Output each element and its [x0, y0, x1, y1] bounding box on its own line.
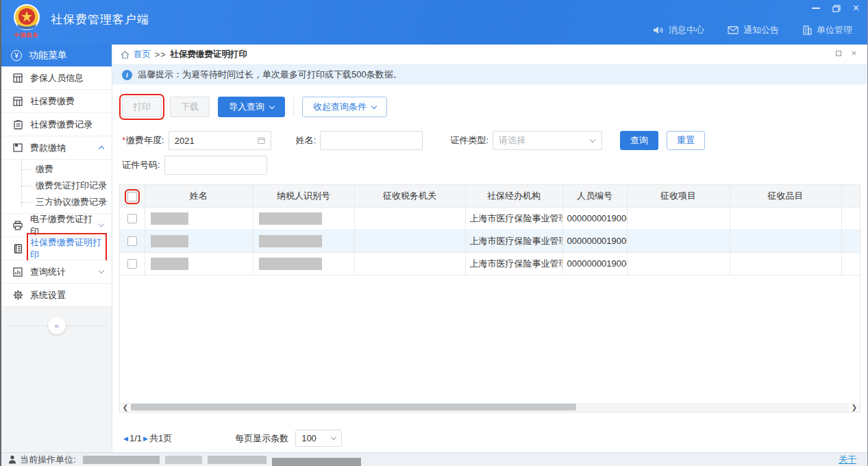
chart-icon [12, 267, 23, 277]
speaker-icon [653, 25, 664, 35]
chevron-down-icon [331, 434, 336, 440]
status-bar: 当前操作单位: 关于 [1, 452, 867, 466]
sidebar-item-system-settings[interactable]: 系统设置 [1, 284, 112, 307]
panel-close-icon[interactable]: × [851, 50, 856, 57]
table-row[interactable]: 上海市医疗保险事业管理中... 0000000019000... [120, 207, 860, 230]
redacted-name [151, 235, 188, 247]
app-title: 社保费管理客户端 [51, 12, 149, 27]
name-input[interactable] [326, 136, 417, 146]
chevron-down-icon [269, 103, 275, 108]
sidebar: ¥ 功能菜单 参保人员信息 社保费缴费 [1, 45, 112, 452]
breadcrumb-home[interactable]: 首页 [134, 49, 151, 60]
scroll-right-icon[interactable]: ❯ [849, 404, 860, 411]
toolbar: 打印 下载 导入查询 收起查询条件 [122, 97, 867, 117]
page-size-value: 100 [301, 433, 317, 443]
sidebar-item-insured-person-info[interactable]: 参保人员信息 [1, 66, 112, 90]
sidebar-item-evoucher-print[interactable]: 电子缴费凭证打印 [1, 214, 112, 237]
sidebar-subitem-voucher-print-records[interactable]: 缴费凭证打印记录 [1, 177, 112, 194]
sidebar-item-query-statistics[interactable]: 查询统计 [1, 260, 112, 284]
id-type-select[interactable]: 请选择 [493, 131, 602, 150]
page-indicator: 1/1 [129, 433, 142, 443]
nav-label: 消息中心 [669, 24, 704, 36]
id-number-label: 证件号码: [122, 159, 160, 171]
redacted-taxpayer-id [259, 258, 322, 270]
scrollbar-track[interactable] [131, 403, 849, 412]
emblem-icon [12, 3, 42, 33]
prev-page-icon[interactable]: ◀ [123, 435, 128, 442]
total-pages: 共1页 [149, 432, 172, 445]
print-button[interactable]: 打印 [122, 97, 162, 117]
col-agency: 社保经办机构 [465, 185, 562, 207]
name-field[interactable] [320, 131, 423, 150]
home-icon [121, 51, 129, 59]
message-center-nav[interactable]: 消息中心 [653, 24, 704, 36]
top-nav: 消息中心 通知公告 单位管理 [653, 24, 852, 36]
gear-icon [12, 290, 23, 300]
tax-emblem-logo: 中国税务 [10, 3, 44, 41]
reset-button[interactable]: 重置 [667, 131, 705, 150]
restore-button[interactable] [832, 5, 841, 12]
sidebar-item-fee-payment[interactable]: 费款缴纳 [1, 136, 112, 160]
table-row[interactable]: 上海市医疗保险事业管理中... 0000000019000... [120, 252, 860, 275]
building-icon [802, 25, 812, 35]
col-name: 姓名 [145, 185, 253, 207]
collapse-filters-button[interactable]: 收起查询条件 [302, 97, 387, 117]
sidebar-item-label: 社保费缴费 [30, 95, 103, 108]
minimize-button[interactable] [812, 8, 820, 9]
row-checkbox[interactable] [127, 236, 137, 246]
sidebar-collapse-button[interactable]: « [48, 317, 66, 334]
grid-icon [12, 97, 23, 106]
required-asterisk: * [122, 135, 125, 145]
scroll-left-icon[interactable]: ❮ [120, 404, 131, 411]
redacted-name [151, 258, 188, 270]
year-input[interactable] [175, 136, 258, 146]
sidebar-item-social-fee-payment[interactable]: 社保费缴费 [1, 90, 112, 113]
sidebar-item-payment-records[interactable]: 社保费缴费记录 [1, 113, 112, 136]
person-no-cell: 0000000019000... [562, 252, 627, 275]
sidebar-item-label: 社保费缴费证明打印 [30, 236, 103, 261]
page-size-label: 每页显示条数 [235, 432, 288, 445]
horizontal-scrollbar[interactable]: ❮ ❯ [120, 403, 860, 412]
logo-caption: 中国税务 [14, 32, 39, 39]
title-bar: 中国税务 社保费管理客户端 × 消息中心 通知 [1, 0, 867, 45]
collapse-filters-label: 收起查询条件 [313, 101, 367, 113]
row-checkbox[interactable] [127, 214, 137, 223]
sidebar-subitem-pay[interactable]: 缴费 [1, 161, 112, 177]
agency-cell: 上海市医疗保险事业管理中... [465, 230, 562, 252]
select-all-checkbox[interactable] [127, 192, 137, 201]
calendar-icon [258, 136, 265, 145]
sidebar-item-payment-certificate-print[interactable]: 社保费缴费证明打印 [1, 237, 112, 260]
panel-controls: × [836, 50, 856, 57]
redacted-name [151, 212, 188, 225]
sidebar-menu: 参保人员信息 社保费缴费 社保费缴费记录 [1, 66, 112, 307]
close-button[interactable]: × [853, 3, 859, 13]
row-checkbox[interactable] [127, 259, 137, 269]
download-button[interactable]: 下载 [170, 97, 210, 117]
panel-maximize-icon[interactable] [836, 51, 841, 56]
table-row[interactable]: 上海市医疗保险事业管理中... 0000000019000... [120, 230, 860, 252]
import-query-button[interactable]: 导入查询 [218, 97, 285, 117]
chevron-down-icon [99, 268, 104, 273]
about-link[interactable]: 关于 [839, 454, 856, 466]
unit-management-nav[interactable]: 单位管理 [802, 24, 852, 36]
nav-label: 单位管理 [817, 24, 852, 36]
sidebar-collapse-row: « [1, 314, 112, 339]
next-page-icon[interactable]: ▶ [143, 435, 148, 442]
id-type-label: 证件类型: [450, 134, 488, 147]
person-no-cell: 0000000019000... [562, 230, 627, 252]
notice-nav[interactable]: 通知公告 [728, 24, 779, 36]
tip-bar: i 温馨提示：为避等待时间过长，单次最多可打印或下载500条数据。 [112, 65, 867, 84]
sidebar-item-label: 参保人员信息 [30, 72, 103, 84]
sidebar-item-label: 系统设置 [30, 289, 103, 302]
sidebar-subitem-tripartite-records[interactable]: 三方协议缴费记录 [1, 194, 112, 210]
nav-label: 通知公告 [743, 24, 779, 36]
brand: 中国税务 社保费管理客户端 [10, 3, 149, 41]
page-size-select[interactable]: 100 [295, 430, 342, 447]
search-button[interactable]: 查询 [620, 131, 658, 150]
sidebar-item-label: 费款缴纳 [30, 142, 92, 154]
sidebar-header: ¥ 功能菜单 [1, 45, 112, 66]
year-field[interactable] [169, 131, 271, 150]
id-number-input[interactable] [171, 160, 261, 171]
id-number-field[interactable] [164, 156, 267, 175]
scrollbar-thumb[interactable] [131, 404, 576, 410]
